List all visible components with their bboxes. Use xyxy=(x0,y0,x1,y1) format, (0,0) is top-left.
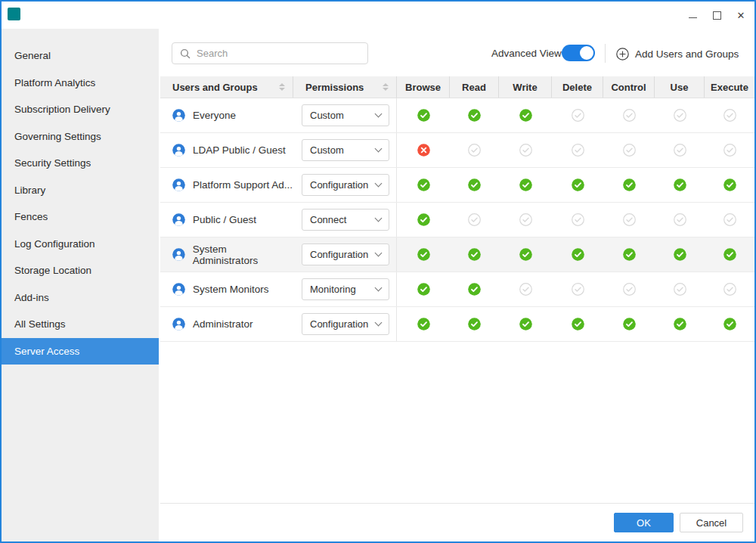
cancel-button[interactable]: Cancel xyxy=(680,513,743,532)
granted-check-icon[interactable] xyxy=(417,283,430,296)
search-box[interactable] xyxy=(172,42,368,64)
access-cell-execute[interactable] xyxy=(705,98,754,132)
access-cell-browse[interactable] xyxy=(397,203,450,237)
unset-check-icon[interactable] xyxy=(623,109,636,122)
granted-check-icon[interactable] xyxy=(674,248,686,261)
granted-check-icon[interactable] xyxy=(623,248,636,261)
access-cell-use[interactable] xyxy=(655,203,705,237)
granted-check-icon[interactable] xyxy=(519,178,532,191)
access-cell-use[interactable] xyxy=(655,307,705,341)
access-cell-delete[interactable] xyxy=(552,98,603,132)
access-cell-read[interactable] xyxy=(450,307,499,341)
unset-check-icon[interactable] xyxy=(572,109,584,122)
unset-check-icon[interactable] xyxy=(723,283,736,296)
permission-dropdown[interactable]: Monitoring xyxy=(302,278,389,300)
granted-check-icon[interactable] xyxy=(417,213,430,226)
sidebar-item-subscription-delivery[interactable]: Subscription Delivery xyxy=(2,96,159,123)
granted-check-icon[interactable] xyxy=(519,248,532,261)
unset-check-icon[interactable] xyxy=(519,283,532,296)
access-cell-delete[interactable] xyxy=(552,272,603,306)
sidebar-item-fences[interactable]: Fences xyxy=(2,203,159,231)
granted-check-icon[interactable] xyxy=(417,109,430,122)
sidebar-item-security-settings[interactable]: Security Settings xyxy=(2,150,159,177)
search-input[interactable] xyxy=(191,48,367,59)
granted-check-icon[interactable] xyxy=(468,109,481,122)
granted-check-icon[interactable] xyxy=(468,283,481,296)
unset-check-icon[interactable] xyxy=(723,144,736,157)
add-users-and-groups-button[interactable]: Add Users and Groups xyxy=(616,44,739,64)
access-cell-delete[interactable] xyxy=(552,133,603,167)
granted-check-icon[interactable] xyxy=(519,318,532,330)
access-cell-browse[interactable] xyxy=(397,237,450,272)
access-cell-execute[interactable] xyxy=(705,307,754,341)
access-cell-write[interactable] xyxy=(499,203,552,237)
unset-check-icon[interactable] xyxy=(572,144,584,157)
access-cell-delete[interactable] xyxy=(552,203,603,237)
access-cell-read[interactable] xyxy=(450,272,499,306)
access-cell-read[interactable] xyxy=(450,237,499,272)
granted-check-icon[interactable] xyxy=(572,318,584,330)
sidebar-item-governing-settings[interactable]: Governing Settings xyxy=(2,123,159,150)
permission-dropdown[interactable]: Custom xyxy=(302,104,389,126)
granted-check-icon[interactable] xyxy=(572,248,584,261)
access-cell-use[interactable] xyxy=(655,133,705,167)
granted-check-icon[interactable] xyxy=(723,248,736,261)
granted-check-icon[interactable] xyxy=(674,318,686,330)
granted-check-icon[interactable] xyxy=(572,178,584,191)
unset-check-icon[interactable] xyxy=(674,144,686,157)
access-cell-control[interactable] xyxy=(603,307,655,341)
access-cell-control[interactable] xyxy=(603,203,655,237)
access-cell-write[interactable] xyxy=(499,307,552,341)
permission-dropdown[interactable]: Connect xyxy=(302,209,389,231)
sidebar-item-log-configuration[interactable]: Log Configuration xyxy=(2,231,159,258)
unset-check-icon[interactable] xyxy=(519,213,532,226)
access-cell-delete[interactable] xyxy=(552,237,603,272)
access-cell-execute[interactable] xyxy=(705,272,754,306)
permission-dropdown[interactable]: Configuration xyxy=(302,313,389,335)
granted-check-icon[interactable] xyxy=(468,178,481,191)
access-cell-delete[interactable] xyxy=(552,168,603,202)
granted-check-icon[interactable] xyxy=(468,318,481,330)
granted-check-icon[interactable] xyxy=(623,178,636,191)
access-cell-use[interactable] xyxy=(655,237,705,272)
granted-check-icon[interactable] xyxy=(723,318,736,330)
unset-check-icon[interactable] xyxy=(468,144,481,157)
access-cell-browse[interactable] xyxy=(397,272,450,306)
ok-button[interactable]: OK xyxy=(614,513,674,532)
unset-check-icon[interactable] xyxy=(674,109,686,122)
access-cell-execute[interactable] xyxy=(705,237,754,272)
permission-dropdown[interactable]: Configuration xyxy=(302,244,389,265)
granted-check-icon[interactable] xyxy=(723,178,736,191)
unset-check-icon[interactable] xyxy=(674,283,686,296)
unset-check-icon[interactable] xyxy=(572,213,584,226)
maximize-button[interactable] xyxy=(711,9,723,21)
unset-check-icon[interactable] xyxy=(572,283,584,296)
close-button[interactable]: ✕ xyxy=(735,9,747,21)
access-cell-use[interactable] xyxy=(655,168,705,202)
minimize-button[interactable] xyxy=(686,9,699,21)
advanced-view-toggle[interactable] xyxy=(562,45,595,61)
access-cell-write[interactable] xyxy=(499,237,552,272)
permission-dropdown[interactable]: Configuration xyxy=(302,174,389,196)
sidebar-item-server-access[interactable]: Server Access xyxy=(2,338,159,365)
column-header-users-and-groups[interactable]: Users and Groups xyxy=(160,76,293,98)
access-cell-read[interactable] xyxy=(450,203,499,237)
access-cell-browse[interactable] xyxy=(397,168,450,202)
granted-check-icon[interactable] xyxy=(623,318,636,330)
access-cell-control[interactable] xyxy=(603,237,655,272)
granted-check-icon[interactable] xyxy=(468,248,481,261)
access-cell-control[interactable] xyxy=(603,133,655,167)
granted-check-icon[interactable] xyxy=(417,318,430,330)
access-cell-control[interactable] xyxy=(603,272,655,306)
denied-x-icon[interactable] xyxy=(417,144,430,157)
access-cell-use[interactable] xyxy=(655,98,705,132)
unset-check-icon[interactable] xyxy=(623,213,636,226)
sort-arrows-icon[interactable] xyxy=(383,83,389,91)
sidebar-item-general[interactable]: General xyxy=(2,42,159,70)
unset-check-icon[interactable] xyxy=(468,213,481,226)
access-cell-read[interactable] xyxy=(450,133,499,167)
access-cell-browse[interactable] xyxy=(397,98,450,132)
sidebar-item-storage-location[interactable]: Storage Location xyxy=(2,257,159,284)
access-cell-write[interactable] xyxy=(499,168,552,202)
unset-check-icon[interactable] xyxy=(623,283,636,296)
